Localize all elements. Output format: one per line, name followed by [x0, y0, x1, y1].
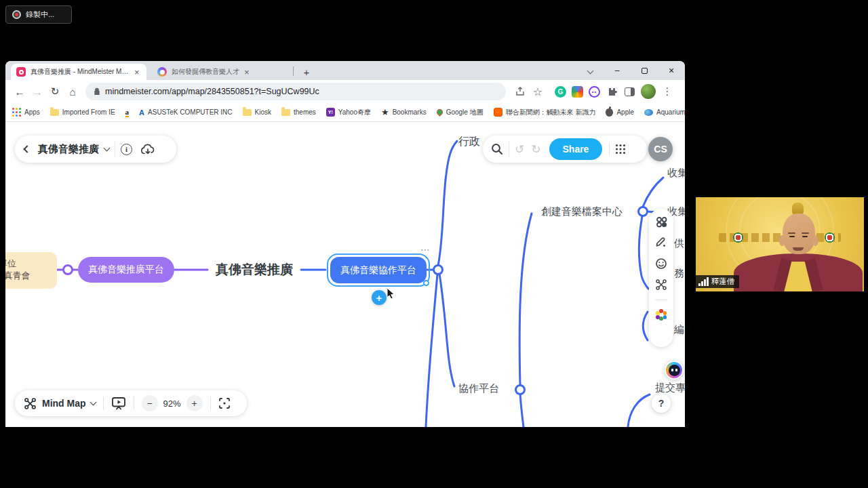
flower-icon: [656, 309, 667, 320]
undo-button[interactable]: ↺: [515, 142, 524, 157]
zoom-out-button[interactable]: −: [142, 395, 158, 411]
tab-close-icon[interactable]: ×: [134, 68, 140, 77]
side-panel-icon: [625, 87, 635, 96]
mindmap-canvas[interactable]: 單位 +真青會 真佛音樂推廣平台 真佛音樂推廣 真佛音樂協作平台 ⋯ + 行政 …: [5, 123, 685, 427]
bookmark-asus[interactable]: A ASUSTeK COMPUTER INC: [139, 108, 232, 117]
selection-handle[interactable]: [423, 280, 429, 286]
view-mode-label[interactable]: Mind Map: [42, 398, 86, 409]
chevron-down-icon: [587, 67, 593, 74]
extensions-button[interactable]: [603, 87, 620, 97]
eyebrow: [788, 232, 795, 234]
profile-avatar[interactable]: [641, 84, 656, 99]
offline-download-button[interactable]: [140, 144, 155, 155]
browser-menu-button[interactable]: ⋮: [658, 85, 676, 98]
presentation-button[interactable]: [111, 396, 126, 410]
node-archive-center[interactable]: 創建音樂檔案中心: [541, 205, 623, 218]
share-page-button[interactable]: [511, 87, 529, 96]
node-collect-1[interactable]: 收集: [667, 167, 685, 180]
style-paint-button[interactable]: [655, 237, 667, 249]
folder-icon: [243, 109, 252, 116]
zoom-in-button[interactable]: +: [186, 395, 203, 411]
udn-icon: ··: [494, 108, 502, 117]
info-button[interactable]: i: [121, 144, 132, 155]
side-panel-button[interactable]: [620, 87, 638, 96]
signal-bars-icon: [698, 277, 709, 286]
tab-mindmeister[interactable]: 真佛音樂推廣 - MindMeister Mind Map ×: [11, 64, 146, 80]
redo-button[interactable]: ↻: [531, 142, 540, 157]
folder-icon: [281, 109, 290, 116]
map-title[interactable]: 真佛音樂推廣: [38, 143, 99, 156]
bookmark-kiosk[interactable]: Kiosk: [243, 108, 271, 116]
share-icon: [515, 87, 525, 96]
emblem-left: [733, 232, 743, 243]
zoom-level[interactable]: 92%: [163, 399, 181, 409]
ai-face-icon: [669, 365, 680, 376]
node-collab[interactable]: 協作平台: [458, 382, 499, 395]
colorful-extension-icon[interactable]: [572, 86, 583, 98]
record-icon: [12, 10, 21, 19]
bookmark-imported-from-ie[interactable]: Imported From IE: [50, 108, 115, 116]
ai-assistant-button[interactable]: [665, 361, 684, 380]
bookmark-apps[interactable]: Apps: [12, 108, 40, 117]
add-child-button[interactable]: +: [372, 290, 387, 305]
info-icon: i: [121, 144, 132, 155]
user-avatar[interactable]: CS: [648, 137, 673, 161]
layout-style-button[interactable]: [656, 216, 667, 228]
home-button[interactable]: ⌂: [64, 86, 81, 98]
back-button[interactable]: ←: [11, 86, 28, 98]
connections-button[interactable]: [655, 279, 667, 291]
node-collab-platform[interactable]: 真佛音樂協作平台: [330, 257, 427, 283]
apps-grid-button[interactable]: [615, 144, 626, 155]
paintbrush-icon: [655, 237, 667, 249]
node-service-partial[interactable]: 務: [674, 267, 684, 280]
center-map-button[interactable]: [218, 397, 231, 409]
bookmark-star-button[interactable]: ☆: [529, 85, 547, 98]
bookmark-themes[interactable]: themes: [281, 108, 316, 116]
reload-button[interactable]: ↻: [46, 85, 64, 98]
bookmark-yahoo[interactable]: Y! Yahoo奇摩: [326, 108, 371, 117]
bookmark-amazon[interactable]: a: [125, 108, 130, 117]
node-submit-partial[interactable]: 提交專: [655, 382, 685, 394]
bookmark-apple[interactable]: Apple: [606, 108, 634, 117]
title-dropdown-button[interactable]: [104, 148, 109, 150]
emoji-button[interactable]: [655, 258, 667, 270]
node-promo-platform[interactable]: 真佛音樂推廣平台: [78, 257, 174, 283]
back-to-maps-button[interactable]: [24, 146, 30, 152]
grid-dots-icon: [615, 144, 626, 155]
node-root[interactable]: 真佛音樂推廣: [210, 261, 299, 279]
grammarly-extension-icon[interactable]: G: [555, 86, 566, 98]
tab-music-talent[interactable]: 如何發掘傳教音樂人才 ×: [152, 64, 288, 80]
ear: [812, 235, 818, 246]
share-button[interactable]: Share: [549, 138, 603, 160]
map-mode-button[interactable]: [24, 397, 37, 410]
bookmark-udn-news[interactable]: ·· 聯合新聞網：觸動未來 新識力: [494, 108, 596, 117]
new-tab-button[interactable]: +: [298, 64, 315, 80]
restore-button[interactable]: [631, 61, 658, 80]
bookmark-bookmarks[interactable]: ★ Bookmarks: [381, 108, 427, 117]
ai-features-button[interactable]: [656, 309, 667, 320]
asus-icon: A: [139, 108, 144, 117]
participant-name: 釋蓮僧: [711, 277, 735, 287]
forward-button[interactable]: →: [28, 86, 46, 98]
smiley-extension-icon[interactable]: ••: [589, 86, 600, 98]
node-unit-partial[interactable]: 單位 +真青會: [5, 252, 57, 289]
tab-search-button[interactable]: [576, 61, 604, 80]
recording-indicator[interactable]: 錄製中...: [5, 5, 72, 24]
tab-close-icon[interactable]: ×: [244, 68, 250, 77]
search-button[interactable]: [491, 143, 503, 155]
node-menu-ellipsis[interactable]: ⋯: [420, 244, 431, 255]
smiley-icon: [655, 258, 667, 270]
node-map-icon: [655, 279, 667, 291]
minimize-button[interactable]: –: [604, 61, 631, 80]
node-edit-partial[interactable]: 編: [674, 323, 684, 336]
map-pin-icon: [435, 108, 444, 117]
address-bar[interactable]: mindmeister.com/app/map/2843550851?t=Sug…: [85, 83, 506, 100]
bookmark-aquarium[interactable]: Aquarium Supplies & Accessorie...: [644, 108, 685, 116]
node-provide-partial[interactable]: 供: [674, 237, 684, 250]
bookmark-google-maps[interactable]: Google 地圖: [437, 108, 484, 117]
node-admin[interactable]: 行政: [458, 135, 480, 149]
puzzle-icon: [607, 87, 617, 97]
close-button[interactable]: ×: [658, 61, 685, 80]
help-button[interactable]: ?: [652, 394, 671, 413]
ai-gradient-ring: [666, 362, 682, 378]
